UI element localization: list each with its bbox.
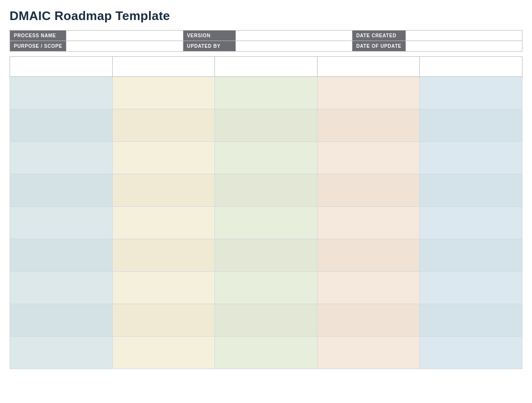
meta-value-version[interactable] [235,31,352,41]
header-analyze: ANALYZE [215,57,318,77]
meta-label-updated-by: UPDATED BY [183,41,235,52]
meta-row-2: PURPOSE / SCOPE UPDATED BY DATE OF UPDAT… [10,41,522,52]
table-cell[interactable] [112,304,215,337]
table-cell[interactable] [420,304,522,337]
table-cell[interactable] [112,207,215,239]
table-cell[interactable] [112,142,215,174]
table-cell[interactable] [215,207,318,239]
table-cell[interactable] [10,207,113,239]
table-cell[interactable] [420,77,522,109]
header-define: DEFINE [10,57,113,77]
table-cell[interactable] [317,109,420,142]
table-cell[interactable] [420,174,522,207]
meta-label-process: PROCESS NAME [10,31,66,41]
table-cell[interactable] [215,304,318,337]
table-row [10,207,522,239]
table-cell[interactable] [420,272,522,304]
table-cell[interactable] [317,239,420,272]
meta-value-process[interactable] [66,31,183,41]
meta-label-date-update: DATE OF UPDATE [352,41,405,52]
table-cell[interactable] [10,239,113,272]
table-row [10,239,522,272]
table-row [10,109,522,142]
table-row [10,142,522,174]
meta-table: PROCESS NAME VERSION DATE CREATED PURPOS… [10,30,522,52]
table-cell[interactable] [112,77,215,109]
meta-row-1: PROCESS NAME VERSION DATE CREATED [10,31,522,41]
table-cell[interactable] [215,174,318,207]
table-cell[interactable] [215,239,318,272]
table-cell[interactable] [317,272,420,304]
table-cell[interactable] [215,337,318,369]
table-cell[interactable] [10,109,113,142]
table-cell[interactable] [215,142,318,174]
table-cell[interactable] [215,272,318,304]
dmaic-table: DEFINE MEASURE ANALYZE IMPROVE CONTROL [10,56,522,369]
table-cell[interactable] [112,174,215,207]
table-cell[interactable] [10,272,113,304]
table-cell[interactable] [420,109,522,142]
table-cell[interactable] [10,337,113,369]
meta-label-version: VERSION [183,31,235,41]
table-cell[interactable] [112,239,215,272]
table-row [10,304,522,337]
table-cell[interactable] [10,77,113,109]
meta-label-date-created: DATE CREATED [352,31,405,41]
page-title: DMAIC Roadmap Template [10,9,522,23]
header-improve: IMPROVE [317,57,420,77]
table-cell[interactable] [420,337,522,369]
header-control: CONTROL [420,57,522,77]
header-measure: MEASURE [112,57,215,77]
table-cell[interactable] [112,272,215,304]
table-cell[interactable] [10,174,113,207]
table-cell[interactable] [317,142,420,174]
meta-value-purpose[interactable] [66,41,183,52]
table-cell[interactable] [317,207,420,239]
table-cell[interactable] [317,304,420,337]
table-cell[interactable] [317,337,420,369]
table-cell[interactable] [317,174,420,207]
table-cell[interactable] [112,109,215,142]
header-row: DEFINE MEASURE ANALYZE IMPROVE CONTROL [10,57,522,77]
table-cell[interactable] [317,77,420,109]
table-cell[interactable] [112,337,215,369]
table-cell[interactable] [10,142,113,174]
table-row [10,337,522,369]
meta-label-purpose: PURPOSE / SCOPE [10,41,66,52]
meta-value-date-created[interactable] [405,31,522,41]
table-row [10,174,522,207]
table-cell[interactable] [420,239,522,272]
table-cell[interactable] [420,142,522,174]
table-row [10,77,522,109]
table-row [10,272,522,304]
meta-value-updated-by[interactable] [235,41,352,52]
table-cell[interactable] [420,207,522,239]
table-cell[interactable] [215,109,318,142]
table-cell[interactable] [10,304,113,337]
meta-value-date-update[interactable] [405,41,522,52]
table-cell[interactable] [215,77,318,109]
